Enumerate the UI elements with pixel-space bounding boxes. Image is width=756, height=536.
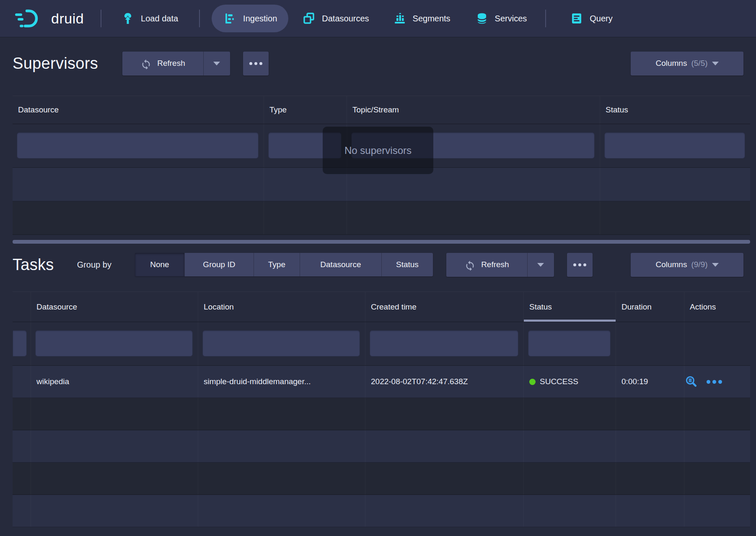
status-badge: SUCCESS [540,377,578,386]
status-filter-input[interactable] [604,132,745,159]
brand[interactable]: druid [14,7,84,30]
magnifier-details-icon [684,375,698,389]
task-datasource-cell: wikipedia [31,366,198,398]
column-header-created-time[interactable]: Created time [365,292,524,322]
task-row-wikipedia[interactable]: wikipedia simple-druid-middlemanager... … [13,366,750,398]
gantt-chart-icon [223,11,237,26]
task-status-cell: SUCCESS [524,366,616,398]
task-more-actions-button[interactable] [707,380,722,384]
refresh-button[interactable]: Refresh [446,253,527,277]
refresh-label: Refresh [481,260,509,269]
location-filter-input[interactable] [202,330,360,356]
column-header-status[interactable]: Status [524,292,616,322]
column-header-topic-stream[interactable]: Topic/Stream [347,96,600,124]
task-created-time-cell: 2022-08-02T07:42:47.638Z [365,366,524,398]
datasource-filter-input[interactable] [17,132,259,159]
druid-console: druid Load data [0,0,756,536]
group-by-button-group: None Group ID Type Datasource Status [135,253,433,276]
group-by-group-id-button[interactable]: Group ID [184,253,254,276]
task-duration-cell: 0:00:19 [616,366,684,398]
database-icon [475,11,489,26]
supervisors-refresh-split-button: Refresh [122,52,230,75]
column-header-blank [13,292,31,322]
column-header-status[interactable]: Status [600,96,750,124]
layers-icon [302,11,316,26]
table-row [13,398,750,430]
columns-label: Columns [655,59,687,68]
table-row [13,430,750,463]
refresh-label: Refresh [157,59,185,68]
column-header-location[interactable]: Location [198,292,365,322]
supervisors-title: Supervisors [13,55,98,73]
column-header-actions[interactable]: Actions [684,292,750,322]
more-icon [573,263,576,266]
created-time-filter-input[interactable] [370,330,518,356]
column-header-type[interactable]: Type [264,96,347,124]
tasks-more-actions-button[interactable] [567,253,593,277]
nav-item-label: Segments [413,14,450,23]
supervisors-columns-button[interactable]: Columns (5/5) [631,52,743,75]
navbar-divider [101,10,101,27]
chevron-down-icon [213,62,220,65]
tasks-table-header: Datasource Location Created time Status … [13,291,750,322]
chevron-down-icon [537,263,544,267]
refresh-icon [140,58,152,69]
more-icon [707,380,710,384]
upload-icon [121,11,135,26]
columns-count: (9/9) [691,260,707,269]
nav-item-datasources[interactable]: Datasources [302,11,369,26]
console-icon [570,11,584,26]
tasks-table: Datasource Location Created time Status … [13,291,750,527]
task-location-cell: simple-druid-middlemanager... [198,366,365,398]
nav-item-label: Query [590,14,612,23]
horizontal-scrollbar[interactable] [13,240,750,244]
status-filter-input[interactable] [528,330,611,356]
nav-item-label: Ingestion [243,14,277,23]
druid-logo-icon [14,7,45,30]
table-row [13,463,750,495]
group-by-label: Group by [77,260,111,270]
column-header-duration[interactable]: Duration [616,292,684,322]
table-row [13,201,750,235]
chevron-down-icon [712,263,719,267]
supervisors-table-header: Datasource Type Topic/Stream Status [13,96,750,124]
refresh-interval-dropdown-button[interactable] [527,253,554,277]
tasks-filter-row [13,322,750,366]
group-by-none-button[interactable]: None [135,253,184,276]
refresh-interval-dropdown-button[interactable] [203,52,230,75]
bar-chart-icon [393,11,407,26]
brand-name: druid [51,10,84,27]
nav-item-load-data[interactable]: Load data [121,11,178,26]
navbar-divider [545,10,546,27]
group-by-status-button[interactable]: Status [381,253,433,276]
nav-item-services[interactable]: Services [475,11,527,26]
table-row [13,495,750,527]
column-header-datasource[interactable]: Datasource [31,292,198,322]
group-by-datasource-button[interactable]: Datasource [300,253,381,276]
clipped-filter-input[interactable] [13,330,27,356]
empty-state-message: No supervisors [323,127,433,174]
more-icon [249,62,252,65]
nav-item-label: Datasources [322,14,369,23]
tasks-columns-button[interactable]: Columns (9/9) [631,253,743,277]
task-details-button[interactable] [684,375,698,389]
supervisors-toolbar: Supervisors Refresh Columns (5/5) [13,51,743,75]
supervisors-more-actions-button[interactable] [243,52,269,75]
columns-label: Columns [655,260,687,269]
columns-count: (5/5) [691,59,707,68]
nav-item-ingestion[interactable]: Ingestion [212,5,288,32]
column-header-datasource[interactable]: Datasource [13,96,264,124]
nav-item-query[interactable]: Query [570,11,612,26]
refresh-icon [464,259,476,271]
task-actions-cell [684,366,750,398]
group-by-type-button[interactable]: Type [254,253,300,276]
top-navbar: druid Load data [0,0,756,37]
tasks-refresh-split-button: Refresh [446,253,554,277]
chevron-down-icon [712,62,719,65]
nav-item-segments[interactable]: Segments [393,11,450,26]
refresh-button[interactable]: Refresh [122,52,203,75]
navbar-divider [199,10,200,27]
tasks-toolbar: Tasks Group by None Group ID Type Dataso… [13,252,743,277]
datasource-filter-input[interactable] [35,330,193,356]
tasks-title: Tasks [13,256,54,274]
